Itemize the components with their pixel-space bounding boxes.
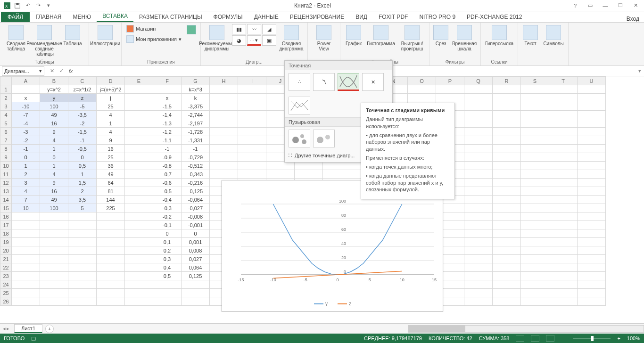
col-header[interactable]: R [493,77,521,85]
tab-home[interactable]: ГЛАВНАЯ [30,12,67,22]
row-header[interactable]: 19 [0,238,12,246]
zoom-out-icon[interactable]: — [561,335,566,341]
col-header[interactable]: Q [464,77,493,85]
scatter-smooth-markers-icon[interactable]: 〽 [313,73,335,91]
bing-button[interactable] [185,24,198,35]
zoom-level[interactable]: 100% [627,335,640,341]
slicer-button[interactable]: Срез [432,24,449,47]
maximize-icon[interactable]: ☐ [615,1,626,10]
add-sheet-button[interactable]: + [45,325,54,333]
chevron-down-icon[interactable]: ▾ [39,68,42,74]
fx-icon[interactable]: fx [67,68,74,74]
row-header[interactable]: 25 [0,289,12,297]
minimize-icon[interactable]: — [600,1,611,10]
scatter-straight-markers-icon[interactable]: ✕ [362,73,384,91]
tab-nitro[interactable]: NITRO PRO 9 [413,12,461,22]
expand-formula-icon[interactable]: ▾ [636,68,644,74]
chart-line-icon[interactable]: 〰 [247,24,261,34]
col-header[interactable]: S [521,77,549,85]
tab-foxit[interactable]: Foxit PDF [373,12,413,22]
row-header[interactable]: 5 [0,119,12,128]
col-header[interactable]: F [153,77,182,85]
recommended-charts-button[interactable]: Рекомендуемые диаграммы [204,24,230,52]
row-header[interactable]: 2 [0,94,12,102]
tab-data[interactable]: ДАННЫЕ [248,12,284,22]
chart-area-icon[interactable]: ◢ [262,24,276,34]
my-apps-button[interactable]: Мои приложения ▾ [124,34,183,44]
sheet-tab[interactable]: Лист1 [14,324,42,333]
powerview-button[interactable]: Power View [311,24,337,52]
chart-other-icon[interactable]: ▣ [262,35,276,46]
col-header[interactable]: A [12,77,40,85]
pivot-chart-button[interactable]: Сводная диаграмма [278,24,305,52]
view-pagebreak-icon[interactable] [546,335,554,342]
sheet-nav-last-icon[interactable]: ▸ [7,326,9,332]
col-header[interactable]: P [436,77,464,85]
row-header[interactable]: 21 [0,255,12,263]
macro-record-icon[interactable]: ▢ [31,335,36,342]
row-header[interactable]: 9 [0,153,12,162]
illustrations-button[interactable]: Иллюстрации [92,24,118,47]
row-header[interactable]: 11 [0,170,12,179]
horizontal-scrollbar[interactable] [408,325,644,333]
name-box[interactable]: Диаграм...▾ [2,66,44,76]
recommended-pivot-button[interactable]: Рекомендуемые сводные таблицы [31,24,58,57]
col-header[interactable]: H [210,77,238,85]
chart-scatter-icon[interactable]: ∴ ▾ [247,35,261,46]
timeline-button[interactable]: Временная шкала [451,24,478,52]
zoom-in-icon[interactable]: + [617,335,620,341]
tab-review[interactable]: РЕЦЕНЗИРОВАНИЕ [284,12,350,22]
row-header[interactable]: 20 [0,246,12,255]
row-header[interactable]: 13 [0,187,12,196]
close-icon[interactable]: ✕ [630,1,641,10]
redo-icon[interactable]: ↷ [34,1,42,10]
view-pagelayout-icon[interactable] [531,335,539,342]
sign-in[interactable]: Вход [627,16,644,22]
row-header[interactable]: 7 [0,136,12,145]
undo-icon[interactable]: ↶ [24,1,32,10]
row-header[interactable]: 15 [0,204,12,212]
row-header[interactable]: 17 [0,221,12,229]
row-header[interactable]: 26 [0,297,12,306]
tab-file[interactable]: ФАЙЛ [1,12,30,22]
scatter-straight-lines-icon[interactable] [289,97,310,114]
row-header[interactable]: 14 [0,196,12,204]
tab-menu[interactable]: Меню [67,12,97,22]
sparkline-column-button[interactable]: Гистограмма [366,24,396,47]
col-header[interactable]: U [578,77,606,85]
hyperlink-button[interactable]: Гиперссылка [484,24,515,47]
col-header[interactable]: I [238,77,266,85]
col-header[interactable]: G [182,77,210,85]
symbols-button[interactable]: Символы [542,24,565,47]
embedded-chart[interactable]: 020406080100-15-10-5051015yz [222,180,443,312]
chart-pie-icon[interactable]: ◕ [232,35,246,46]
row-header[interactable]: 6 [0,128,12,136]
row-header[interactable]: 16 [0,212,12,221]
sheet-nav-first-icon[interactable]: ◂ [3,326,6,332]
enter-formula-icon[interactable]: ✓ [58,68,65,74]
store-button[interactable]: Магазин [124,24,183,33]
tab-view[interactable]: ВИД [350,12,373,22]
row-header[interactable]: 8 [0,145,12,153]
col-header[interactable]: D [97,77,125,85]
chart-column-icon[interactable]: ▮▮ [232,24,246,34]
sparkline-winloss-button[interactable]: Выигрыш/проигрыш [398,24,426,52]
ribbon-collapse-icon[interactable]: ▭ [585,1,596,10]
col-header[interactable]: E [125,77,153,85]
save-icon[interactable] [13,1,22,10]
row-header[interactable]: 1 [0,85,12,94]
row-header[interactable]: 23 [0,272,12,280]
table-button[interactable]: Таблица [59,24,86,47]
help-icon[interactable]: ? [570,1,581,10]
row-header[interactable]: 18 [0,229,12,238]
tab-formulas[interactable]: ФОРМУЛЫ [208,12,248,22]
row-header[interactable]: 24 [0,280,12,289]
col-header[interactable]: B [40,77,68,85]
row-header[interactable]: 4 [0,111,12,119]
bubble-icon[interactable] [289,130,310,147]
tab-insert[interactable]: ВСТАВКА [97,11,133,22]
row-header[interactable]: 12 [0,179,12,187]
row-header[interactable]: 3 [0,102,12,111]
row-header[interactable]: 10 [0,162,12,170]
scatter-smooth-lines-icon[interactable] [338,73,359,91]
